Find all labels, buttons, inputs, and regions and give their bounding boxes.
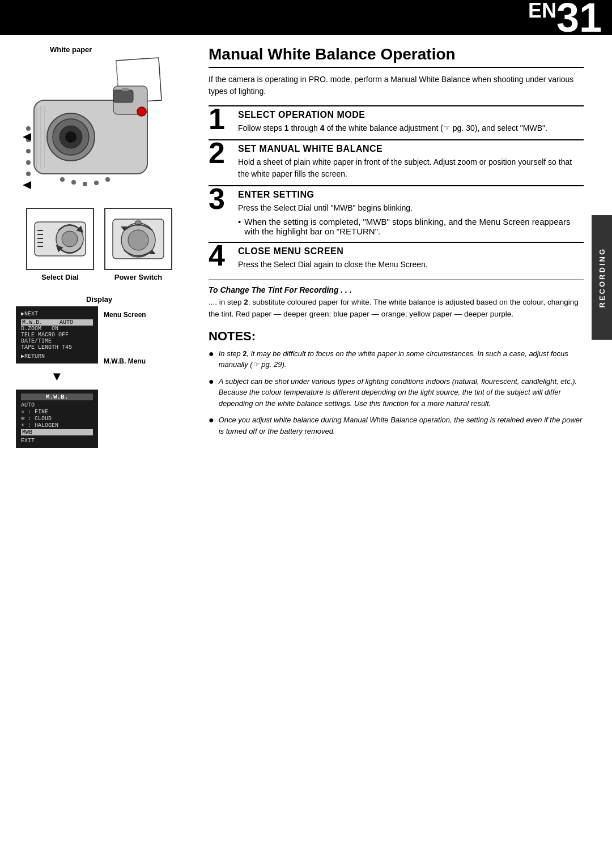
select-dial-label: Select Dial — [41, 273, 79, 281]
svg-point-12 — [26, 149, 31, 153]
svg-point-16 — [71, 180, 76, 185]
note-2-text: A subject can be shot under various type… — [219, 376, 584, 409]
bullet-dot: • — [238, 217, 241, 236]
step-3: 3 Enter Setting Press the Select Dial un… — [209, 185, 584, 242]
step-4-body: Press the Select Dial again to close the… — [238, 259, 584, 270]
section-divider — [209, 279, 584, 280]
step-4-number: 4 — [209, 241, 236, 276]
screen-labels: Menu Screen M.W.B. Menu — [104, 306, 146, 365]
note-1: ● In step 2, it may be difficult to focu… — [209, 348, 584, 370]
power-switch-diagram: Power Switch — [104, 208, 172, 281]
note-2: ● A subject can be shot under various ty… — [209, 376, 584, 409]
main-layout: White paper — [0, 35, 612, 458]
page-title: Manual White Balance Operation — [209, 45, 584, 68]
step-1-title: Select Operation Mode — [238, 110, 584, 120]
svg-point-36 — [128, 230, 148, 250]
step-3-bullet-text: When the setting is completed, "MWB" sto… — [244, 217, 584, 236]
svg-point-14 — [26, 172, 31, 176]
mwb-menu-box: M.W.B. AUTO ✳ : FINE ❄ : CLOUD ☀ : HALOG… — [16, 390, 98, 448]
svg-point-13 — [26, 160, 31, 165]
step-2-title: Set Manual White Balance — [238, 144, 584, 154]
page-number: EN31 — [528, 0, 602, 38]
step-3-number: 3 — [209, 184, 236, 242]
note-3: ● Once you adjust white balance during M… — [209, 414, 584, 437]
svg-point-33 — [62, 231, 78, 247]
svg-rect-8 — [113, 90, 133, 102]
side-recording-label: RECORDING — [592, 215, 612, 340]
svg-rect-9 — [122, 88, 129, 91]
mwb-menu-title: M.W.B. — [21, 394, 93, 400]
svg-point-17 — [83, 182, 87, 186]
svg-point-18 — [94, 181, 99, 185]
camera-illustration — [17, 55, 181, 202]
svg-marker-21 — [23, 181, 31, 189]
select-dial-svg — [26, 208, 94, 270]
tint-title: To Change The Tint For Recording . . . — [209, 285, 584, 294]
screen-boxes: ▶NEXT M.W.B. AUTO D.ZOOM ON TELE MACRO O… — [16, 306, 98, 448]
step-2: 2 Set Manual White Balance Hold a sheet … — [209, 139, 584, 185]
note-3-text: Once you adjust white balance during Man… — [219, 414, 584, 437]
bottom-diagrams: Select Dial — [26, 208, 172, 281]
display-layout: ▶NEXT M.W.B. AUTO D.ZOOM ON TELE MACRO O… — [16, 306, 182, 448]
power-switch-label: Power Switch — [114, 273, 163, 281]
note-1-bullet: ● — [209, 348, 214, 370]
step-2-number: 2 — [209, 138, 236, 185]
select-dial-diagram: Select Dial — [26, 208, 94, 281]
display-section: Display ▶NEXT M.W.B. AUTO D.ZOOM ON TELE… — [16, 295, 182, 448]
step-4-title: Close Menu Screen — [238, 246, 584, 256]
top-bar: EN31 — [0, 0, 612, 35]
step-2-body: Hold a sheet of plain white paper in fro… — [238, 156, 584, 179]
intro-text: If the camera is operating in PRO. mode,… — [209, 74, 584, 97]
svg-point-7 — [65, 131, 76, 143]
notes-title: Notes: — [209, 329, 584, 344]
menu-screen-box: ▶NEXT M.W.B. AUTO D.ZOOM ON TELE MACRO O… — [16, 306, 98, 364]
camera-section: White paper — [16, 45, 182, 285]
step-3-content: Enter Setting Press the Select Dial unti… — [236, 186, 584, 242]
menu-screen-label: Menu Screen — [104, 311, 146, 319]
step-3-bullet: • When the setting is completed, "MWB" s… — [238, 217, 584, 236]
step-4-content: Close Menu Screen Press the Select Dial … — [236, 243, 584, 276]
arrow-down: ▼ — [16, 370, 98, 383]
step-4: 4 Close Menu Screen Press the Select Dia… — [209, 242, 584, 276]
notes-section: Notes: ● In step 2, it may be difficult … — [209, 329, 584, 437]
mwb-menu-label: M.W.B. Menu — [104, 357, 146, 365]
display-label: Display — [16, 295, 182, 303]
power-switch-svg — [104, 208, 172, 270]
white-paper-label: White paper — [50, 45, 92, 54]
step-1-number: 1 — [209, 104, 236, 139]
svg-point-15 — [60, 177, 65, 182]
tint-body: .... in step 2, substitute coloured pape… — [209, 297, 584, 320]
svg-point-19 — [105, 177, 110, 182]
left-column: White paper — [0, 35, 193, 458]
right-column: Manual White Balance Operation If the ca… — [193, 35, 612, 458]
note-2-bullet: ● — [209, 376, 214, 409]
step-3-title: Enter Setting — [238, 190, 584, 200]
tint-section: To Change The Tint For Recording . . . .… — [209, 285, 584, 320]
note-1-text: In step 2, it may be difficult to focus … — [219, 348, 584, 370]
svg-point-25 — [137, 107, 146, 116]
svg-point-10 — [26, 126, 31, 131]
note-3-bullet: ● — [209, 414, 214, 437]
step-3-body: Press the Select Dial until "MWB" begins… — [238, 202, 584, 213]
step-1-content: Select Operation Mode Follow steps 1 thr… — [236, 106, 584, 139]
step-1-body: Follow steps 1 through 4 of the white ba… — [238, 122, 584, 134]
page-prefix: EN — [528, 0, 556, 22]
step-2-content: Set Manual White Balance Hold a sheet of… — [236, 140, 584, 185]
step-1: 1 Select Operation Mode Follow steps 1 t… — [209, 105, 584, 139]
